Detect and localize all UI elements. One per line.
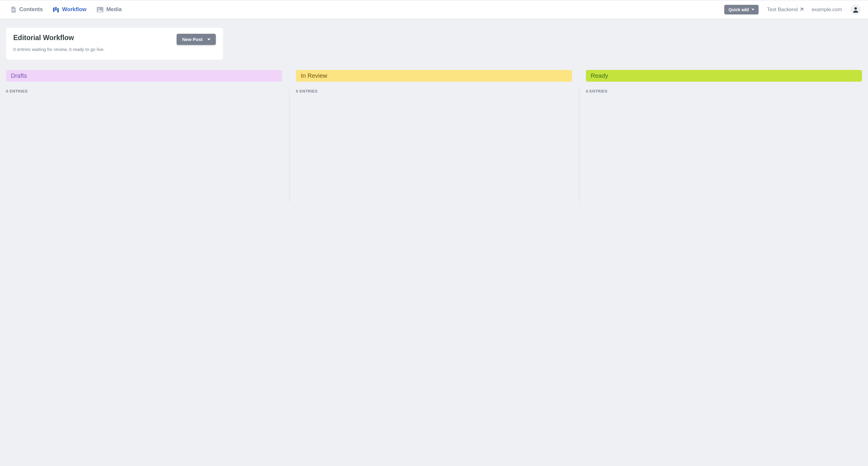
new-post-button[interactable]: New Post <box>177 34 216 45</box>
header-text: Editorial Workflow 0 entries waiting for… <box>13 34 105 52</box>
avatar[interactable] <box>850 4 861 15</box>
header-card: Editorial Workflow 0 entries waiting for… <box>6 28 223 60</box>
topbar-left: Contents Workflow Media <box>11 6 122 13</box>
caret-down-icon <box>751 9 754 10</box>
column-ready: Ready 0 ENTRIES <box>586 70 862 93</box>
column-review-count: 0 ENTRIES <box>296 89 572 93</box>
nav-contents-label: Contents <box>19 6 43 13</box>
svg-rect-2 <box>12 11 14 11</box>
nav-contents[interactable]: Contents <box>11 6 43 13</box>
page-subtitle: 0 entries waiting for review, 0 ready to… <box>13 47 105 52</box>
svg-point-7 <box>98 8 99 9</box>
topbar: Contents Workflow Media <box>0 0 868 19</box>
svg-rect-3 <box>53 7 55 12</box>
test-backend-label: Test Backend <box>767 7 798 13</box>
svg-point-8 <box>855 7 857 10</box>
column-ready-count: 0 ENTRIES <box>586 89 862 93</box>
new-post-label: New Post <box>182 37 203 42</box>
svg-rect-0 <box>12 9 15 10</box>
test-backend-link[interactable]: Test Backend <box>767 7 803 13</box>
column-review: In Review 0 ENTRIES <box>296 70 572 93</box>
site-url-link[interactable]: example.com <box>812 7 842 13</box>
column-drafts-header: Drafts <box>6 70 282 82</box>
column-ready-header: Ready <box>586 70 862 82</box>
column-drafts-count: 0 ENTRIES <box>6 89 282 93</box>
site-url-label: example.com <box>812 7 842 13</box>
nav-media-label: Media <box>106 6 122 13</box>
nav-media[interactable]: Media <box>97 6 122 13</box>
workflow-columns: Drafts 0 ENTRIES In Review 0 ENTRIES Rea… <box>6 70 862 93</box>
svg-rect-5 <box>57 8 59 12</box>
page-title: Editorial Workflow <box>13 34 105 42</box>
svg-rect-1 <box>12 10 15 10</box>
media-icon <box>97 7 103 12</box>
user-icon <box>852 7 859 13</box>
workflow-icon <box>53 7 59 12</box>
svg-rect-4 <box>55 7 57 10</box>
topbar-right: Quick add Test Backend example.com <box>724 4 861 15</box>
nav-workflow-label: Workflow <box>62 6 87 13</box>
column-review-header: In Review <box>296 70 572 82</box>
caret-down-icon <box>207 39 210 40</box>
nav-workflow[interactable]: Workflow <box>53 6 87 13</box>
quick-add-button[interactable]: Quick add <box>724 5 758 14</box>
quick-add-label: Quick add <box>728 7 749 12</box>
external-link-icon <box>800 8 803 11</box>
document-icon <box>11 7 16 13</box>
column-drafts: Drafts 0 ENTRIES <box>6 70 282 93</box>
content: Editorial Workflow 0 entries waiting for… <box>0 19 868 102</box>
